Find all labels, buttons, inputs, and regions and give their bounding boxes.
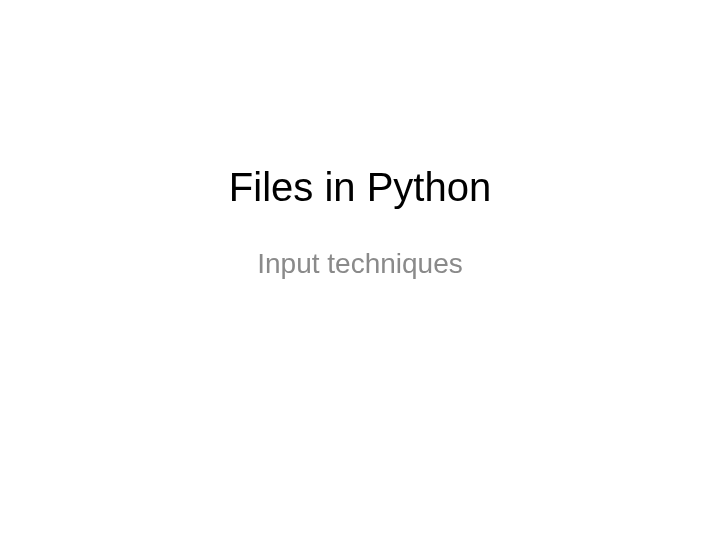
slide-subtitle: Input techniques (257, 248, 463, 280)
slide-title: Files in Python (229, 165, 491, 210)
